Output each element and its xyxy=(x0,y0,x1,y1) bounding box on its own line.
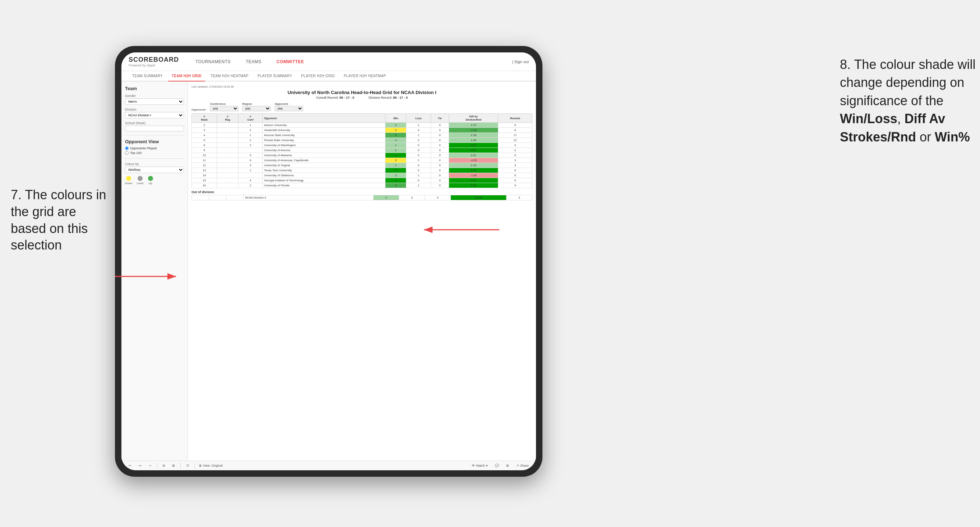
subnav-player-summary[interactable]: PLAYER SUMMARY xyxy=(254,71,296,81)
main-content: Team Gender Men's Division NCAA Division… xyxy=(121,81,536,460)
grid-button[interactable]: ⊞ xyxy=(504,463,511,468)
col-reg: #Reg xyxy=(217,114,239,123)
region-label: Region xyxy=(242,102,271,106)
legend-row: Down Level Up xyxy=(125,176,184,185)
annotation-right-prefix: 8. The colour shade will change dependin… xyxy=(840,57,976,108)
paste-button[interactable]: ⊞ xyxy=(170,463,177,468)
col-rank: #Rank xyxy=(192,114,217,123)
annotation-bold-1: Win/Loss xyxy=(840,111,897,126)
col-opponent: Opponent xyxy=(262,114,385,123)
opponent-view-title: Opponent View xyxy=(125,139,184,144)
gender-label: Gender xyxy=(125,94,184,98)
comment-button[interactable]: 💬 xyxy=(493,463,501,468)
undo-button[interactable]: ↩ xyxy=(127,463,133,468)
radio-top-100[interactable]: Top 100 xyxy=(125,151,184,155)
legend-dot-level xyxy=(138,176,143,181)
table-row: 4 1 Arizona State University 5 1 0 2.28 … xyxy=(192,133,532,138)
sidebar-team-title: Team xyxy=(125,86,184,91)
subnav-team-h2h-heatmap[interactable]: TEAM H2H HEATMAP xyxy=(207,71,252,81)
col-conf: #Conf xyxy=(238,114,262,123)
logo-title: SCOREBOARD xyxy=(129,56,179,63)
legend-dot-up xyxy=(148,176,153,181)
radio-opponents-played[interactable]: Opponents Played xyxy=(125,146,184,150)
region-select[interactable]: (All) xyxy=(242,106,271,111)
subnav-player-h2h-grid[interactable]: PLAYER H2H GRID xyxy=(298,71,339,81)
filters-row: Opponents: Conference (All) Region (All) xyxy=(191,102,532,111)
logo-area: SCOREBOARD Powered by clippd xyxy=(129,56,179,67)
logo-subtitle: Powered by clippd xyxy=(129,63,179,67)
sidebar: Team Gender Men's Division NCAA Division… xyxy=(121,81,188,460)
division-record: Division Record: 88 - 17 - 0 xyxy=(369,96,408,100)
table-row: 11 6 University of Arkansas, Fayettevill… xyxy=(192,158,532,163)
table-row: 3 2 Vanderbilt University 0 4 0 -2.29 8 xyxy=(192,128,532,133)
table-row: 15 4 Georgia Institute of Technology 5 0… xyxy=(192,178,532,183)
table-row: 6 2 Florida State University 4 2 0 1.83 … xyxy=(192,138,532,143)
region-filter: Region (All) xyxy=(242,102,271,111)
table-row: 8 2 University of Washington 1 0 0 3.67 … xyxy=(192,143,532,148)
sub-nav: TEAM SUMMARY TEAM H2H GRID TEAM H2H HEAT… xyxy=(121,71,536,81)
division-label: Division xyxy=(125,108,184,111)
out-of-division-header: Out of division xyxy=(191,190,532,194)
grid-title: University of North Carolina Head-to-Hea… xyxy=(191,90,532,95)
table-row: 16 2 University of Florida 3 1 0 4.62 9 xyxy=(192,183,532,188)
color-by-label: Colour by xyxy=(125,162,184,166)
toolbar-right: 👁 Watch ▾ 💬 ⊞ ↗ Share xyxy=(470,463,531,468)
time-button[interactable]: ⏱ xyxy=(184,463,191,468)
subnav-player-h2h-heatmap[interactable]: PLAYER H2H HEATMAP xyxy=(340,71,390,81)
view-label: 🖥 View: Original xyxy=(199,464,223,467)
tablet-frame: SCOREBOARD Powered by clippd TOURNAMENTS… xyxy=(115,46,542,477)
col-tie: Tie xyxy=(431,114,449,123)
table-row: 10 5 University of Alabama 3 0 0 2.61 6 xyxy=(192,153,532,158)
toolbar: ↩ ↪ ⤻ ⧉ ⊞ ⏱ 🖥 View: Original 👁 Watch ▾ 💬… xyxy=(121,460,536,470)
conference-select[interactable]: (All) xyxy=(210,106,239,111)
last-updated: Last Updated: 27/03/2024 16:55:38 xyxy=(191,85,532,88)
toolbar-sep-1 xyxy=(157,463,158,468)
gender-select[interactable]: Men's xyxy=(125,98,184,105)
school-input[interactable]: 1. University of Nort... xyxy=(125,125,184,132)
division-select[interactable]: NCAA Division I xyxy=(125,112,184,119)
opponent-select[interactable]: (All) xyxy=(274,106,303,111)
conference-filter: Conference (All) xyxy=(210,102,239,111)
col-loss: Loss xyxy=(406,114,431,123)
table-row: 2 1 Auburn University 2 1 0 1.67 9 xyxy=(192,123,532,128)
legend-dot-down xyxy=(126,176,131,181)
forward-button[interactable]: ⤻ xyxy=(147,463,153,468)
col-diff: Diff AvStrokes/Rnd xyxy=(449,114,498,123)
school-label: School (Rank) xyxy=(125,121,184,125)
nav-committee[interactable]: COMMITTEE xyxy=(274,58,306,66)
redo-button[interactable]: ↪ xyxy=(137,463,143,468)
col-rounds: Rounds xyxy=(498,114,532,123)
data-table: #Rank #Reg #Conf Opponent Win Loss Tie D… xyxy=(191,113,532,188)
sign-out-button[interactable]: | Sign out xyxy=(512,60,529,64)
opponent-filter: Opponent (All) xyxy=(274,102,303,111)
opponent-view-radio-group: Opponents Played Top 100 xyxy=(125,146,184,155)
subnav-team-h2h-grid[interactable]: TEAM H2H GRID xyxy=(168,71,205,81)
nav-tournaments[interactable]: TOURNAMENTS xyxy=(193,58,233,66)
legend-up: Up xyxy=(148,176,153,185)
toolbar-sep-3 xyxy=(195,463,195,468)
opponent-label: Opponent xyxy=(274,102,303,106)
table-row: 14 University of Oklahoma 2 1 0 -1.00 9 xyxy=(192,173,532,178)
annotation-bold-3: Win% xyxy=(935,130,970,144)
grid-records: Overall Record: 89 - 17 - 0 Division Rec… xyxy=(191,96,532,100)
app-header: SCOREBOARD Powered by clippd TOURNAMENTS… xyxy=(121,52,536,71)
legend-down: Down xyxy=(125,176,132,185)
legend-level: Level xyxy=(137,176,143,185)
table-row: 13 1 Texas Tech University 3 0 0 5.56 9 xyxy=(192,168,532,173)
grid-area: Last Updated: 27/03/2024 16:55:38 Univer… xyxy=(188,81,536,460)
color-by-select[interactable]: Win/loss xyxy=(125,167,184,173)
table-row: 9 University of Arizona 1 0 0 9.00 2 xyxy=(192,148,532,153)
annotation-left: 7. The colours in the grid are based on … xyxy=(11,187,111,254)
toolbar-sep-2 xyxy=(180,463,181,468)
subnav-team-summary[interactable]: TEAM SUMMARY xyxy=(129,71,166,81)
copy-button[interactable]: ⧉ xyxy=(161,463,167,468)
conference-label: Conference xyxy=(210,102,239,106)
tablet-screen: SCOREBOARD Powered by clippd TOURNAMENTS… xyxy=(121,52,536,470)
col-win: Win xyxy=(385,114,406,123)
nav-teams[interactable]: TEAMS xyxy=(243,58,264,66)
out-of-division-table: NCAA Division II 1 0 0 26.00 3 xyxy=(191,195,532,200)
watch-button[interactable]: 👁 Watch ▾ xyxy=(470,463,490,468)
share-button[interactable]: ↗ Share xyxy=(514,463,531,468)
overall-record: Overall Record: 89 - 17 - 0 xyxy=(316,96,354,100)
table-row: 12 3 University of Virginia 1 0 0 2.33 3 xyxy=(192,163,532,168)
